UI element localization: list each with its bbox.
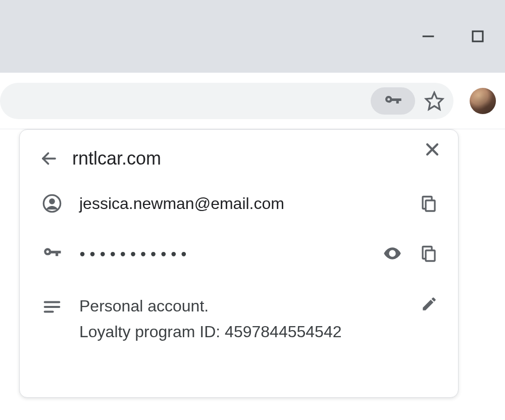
window-titlebar xyxy=(0,0,505,73)
copy-icon xyxy=(420,244,438,262)
svg-marker-2 xyxy=(426,92,442,109)
maximize-button[interactable] xyxy=(466,24,490,48)
username-row: jessica.newman@email.com xyxy=(40,193,438,214)
password-manager-chip[interactable] xyxy=(371,87,415,115)
copy-username-button[interactable] xyxy=(420,194,438,213)
password-value-masked: ●●●●●●●●●●● xyxy=(79,248,367,259)
browser-toolbar xyxy=(0,73,505,129)
reveal-password-button[interactable] xyxy=(382,243,402,264)
copy-password-button[interactable] xyxy=(420,244,438,262)
note-row: Personal account. Loyalty program ID: 45… xyxy=(40,293,438,345)
bookmark-button[interactable] xyxy=(424,91,444,111)
svg-rect-9 xyxy=(426,250,435,261)
account-icon xyxy=(42,193,62,214)
password-details-popup: rntlcar.com jessica.newman@email.com ●●●… xyxy=(19,129,459,398)
copy-icon xyxy=(420,194,438,213)
svg-rect-1 xyxy=(473,31,483,41)
omnibox[interactable] xyxy=(0,83,453,119)
key-icon xyxy=(41,243,63,264)
profile-avatar[interactable] xyxy=(470,88,496,114)
close-icon xyxy=(424,141,441,158)
back-button[interactable] xyxy=(40,149,58,168)
star-icon xyxy=(424,91,444,111)
popup-site-title: rntlcar.com xyxy=(72,148,161,169)
note-line1: Personal account. xyxy=(79,297,209,315)
username-value: jessica.newman@email.com xyxy=(79,194,405,213)
password-row: ●●●●●●●●●●● xyxy=(40,243,438,264)
notes-icon xyxy=(42,297,62,317)
key-icon xyxy=(383,91,403,111)
svg-rect-8 xyxy=(426,200,435,211)
pencil-icon xyxy=(421,295,438,312)
close-button[interactable] xyxy=(424,141,441,158)
note-line2: Loyalty program ID: 4597844554542 xyxy=(79,323,341,341)
eye-icon xyxy=(382,243,402,264)
popup-header: rntlcar.com xyxy=(40,148,438,169)
svg-point-7 xyxy=(49,198,55,204)
edit-note-button[interactable] xyxy=(421,295,438,312)
minimize-button[interactable] xyxy=(416,24,440,48)
note-text: Personal account. Loyalty program ID: 45… xyxy=(79,293,406,345)
arrow-left-icon xyxy=(40,149,58,168)
